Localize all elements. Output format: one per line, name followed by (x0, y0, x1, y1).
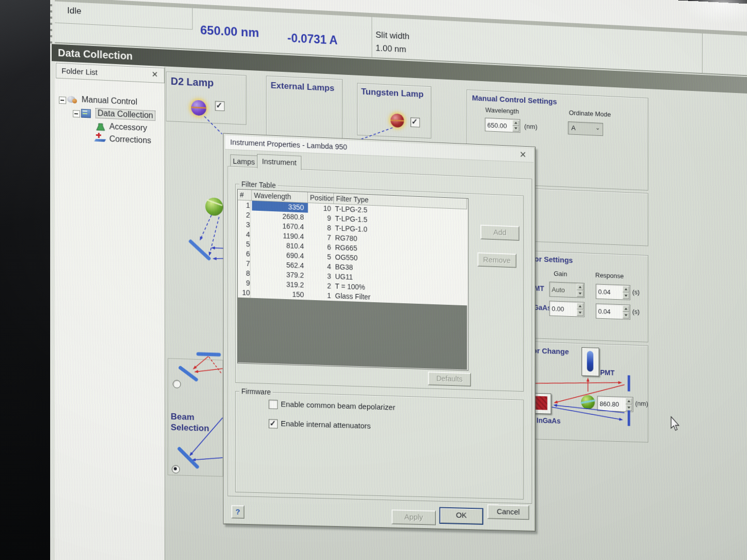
filter-table[interactable]: # Wavelength Position Filter Type 133501… (237, 189, 468, 371)
filter-table-empty-area (238, 298, 467, 370)
remove-button[interactable]: Remove (477, 252, 516, 268)
photo-of-screen: { "status_bar": { "state": "Idle", "wave… (0, 0, 747, 560)
instrument-properties-dialog: Instrument Properties - Lambda 950 × Lam… (223, 133, 536, 532)
filter-table-rows: 1335010T-LPG-2.522680.89T-LPG-1.531670.4… (238, 200, 467, 306)
dialog-title: Instrument Properties - Lambda 950 (230, 138, 347, 151)
col-num: # (238, 190, 252, 201)
add-button[interactable]: Add (480, 225, 519, 241)
mouse-cursor (670, 416, 681, 432)
cancel-button[interactable]: Cancel (487, 504, 529, 520)
ok-button[interactable]: OK (439, 507, 483, 525)
attenuators-checkbox[interactable]: ✓ (269, 419, 278, 428)
monitor-bezel (0, 0, 50, 560)
dialog-tab-page: Filter Table # Wavelength Position Filte… (227, 166, 532, 504)
tab-instrument[interactable]: Instrument (257, 154, 301, 170)
screen: Idle 650.00 nm -0.0731 A Slit width 1.00… (0, 0, 747, 560)
col-position: Position (308, 192, 334, 204)
depolarizer-checkbox[interactable]: ✓ (269, 400, 278, 409)
dialog-close-icon[interactable]: × (520, 148, 526, 161)
help-button[interactable]: ? (231, 505, 244, 519)
firmware-group-label: Firmware (239, 387, 273, 396)
defaults-button[interactable]: Defaults (428, 371, 471, 386)
apply-button[interactable]: Apply (391, 509, 436, 525)
filter-table-group-label: Filter Table (239, 180, 278, 190)
